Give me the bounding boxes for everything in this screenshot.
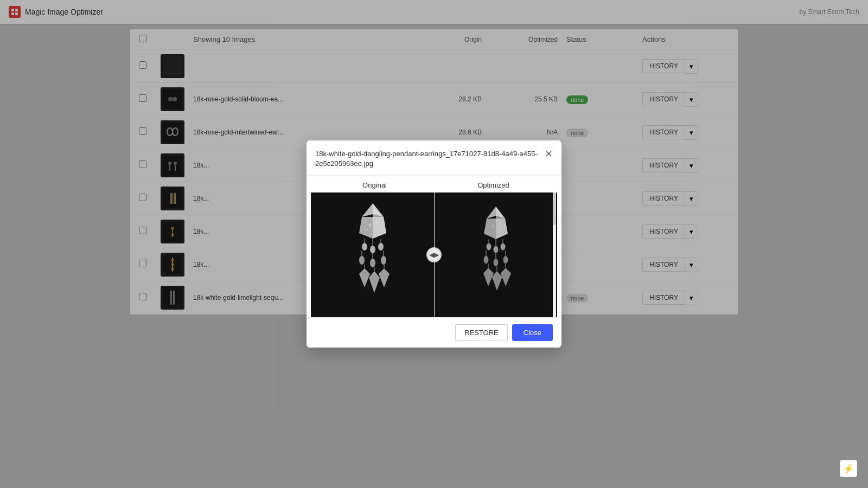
- original-label: Original: [315, 181, 434, 189]
- original-image-panel: [311, 192, 434, 317]
- svg-marker-58: [496, 216, 508, 239]
- svg-point-40: [359, 256, 365, 265]
- svg-point-34: [362, 243, 367, 251]
- modal-close-button[interactable]: ✕: [545, 149, 553, 159]
- modal-overlay: 18k-white-gold-dangling-pendant-earrings…: [0, 0, 868, 488]
- modal-title: 18k-white-gold-dangling-pendant-earrings…: [315, 149, 545, 169]
- modal-header: 18k-white-gold-dangling-pendant-earrings…: [307, 140, 561, 176]
- modal-scrollbar: [553, 192, 556, 317]
- svg-point-36: [378, 243, 384, 251]
- svg-point-66: [493, 259, 498, 266]
- svg-point-41: [370, 259, 375, 267]
- image-compare-modal: 18k-white-gold-dangling-pendant-earrings…: [307, 140, 561, 348]
- original-jewelry-image: [343, 198, 403, 312]
- image-compare-area: ◀▶: [311, 192, 557, 317]
- resize-arrows-icon: ◀▶: [429, 252, 439, 258]
- svg-point-67: [503, 256, 508, 264]
- svg-point-54: [367, 229, 368, 230]
- compare-container: ◀▶: [311, 192, 557, 317]
- modal-footer: RESTORE Close: [307, 317, 561, 348]
- restore-button[interactable]: RESTORE: [455, 324, 508, 341]
- svg-point-53: [375, 222, 377, 223]
- compare-divider-handle[interactable]: ◀▶: [426, 247, 442, 262]
- svg-point-61: [500, 243, 505, 250]
- compare-labels: Original Optimized: [307, 176, 561, 192]
- optimized-label: Optimized: [434, 181, 553, 189]
- svg-point-35: [370, 246, 375, 253]
- svg-point-65: [483, 256, 488, 264]
- svg-point-78: [499, 223, 500, 224]
- svg-point-77: [492, 225, 494, 227]
- svg-marker-48: [379, 268, 390, 287]
- svg-marker-46: [359, 268, 370, 287]
- svg-marker-73: [501, 268, 511, 286]
- bolt-icon[interactable]: ⚡: [840, 460, 857, 477]
- svg-point-52: [369, 224, 371, 226]
- svg-marker-47: [369, 271, 380, 293]
- optimized-jewelry-image: [471, 202, 520, 308]
- svg-point-42: [381, 256, 386, 265]
- svg-point-60: [493, 246, 498, 253]
- svg-point-59: [486, 243, 491, 250]
- modal-scrollbar-thumb: [553, 192, 556, 225]
- lightning-icon: ⚡: [843, 464, 854, 474]
- optimized-image-panel: [434, 192, 557, 317]
- close-button[interactable]: Close: [512, 324, 553, 341]
- svg-marker-33: [373, 214, 386, 239]
- svg-marker-72: [492, 271, 502, 291]
